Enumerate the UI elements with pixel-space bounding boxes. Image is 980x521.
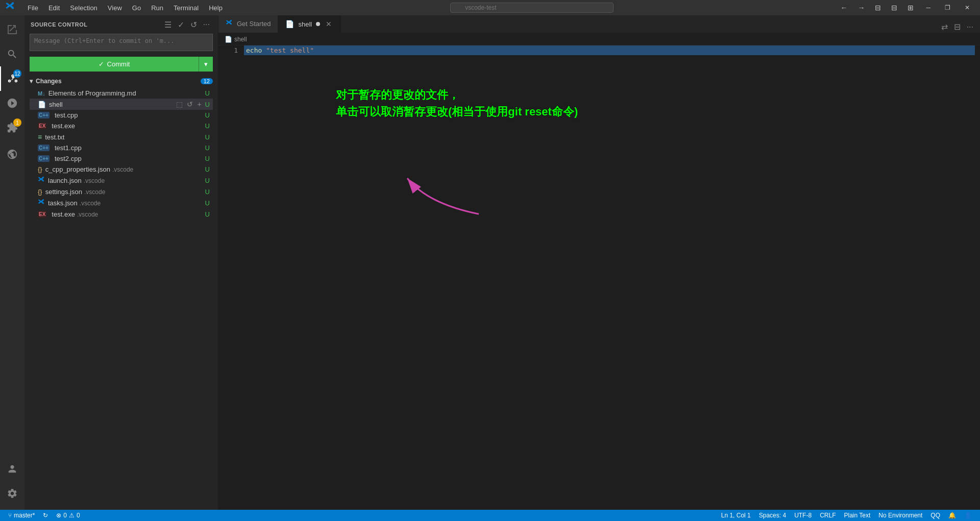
activity-source-control[interactable]: 12 xyxy=(0,66,24,91)
menu-edit[interactable]: Edit xyxy=(44,3,64,13)
qq-label: QQ xyxy=(930,512,940,519)
split-editor-btn[interactable]: ⇄ xyxy=(939,21,950,33)
sidebar-list-btn[interactable]: ☰ xyxy=(162,19,174,31)
extensions-badge: 1 xyxy=(13,119,21,127)
activity-account[interactable] xyxy=(0,457,24,481)
editor-tabs: Get Started 📄 shell ✕ ⇄ ⊟ ··· xyxy=(218,15,980,33)
titlebar-search-input[interactable] xyxy=(450,3,614,13)
status-qq[interactable]: QQ xyxy=(926,510,944,521)
code-keyword: echo xyxy=(246,46,266,54)
tab-icon-vscode xyxy=(226,19,233,28)
file-icon-cpp: C++ xyxy=(38,112,50,119)
status-branch[interactable]: ⑂ master* xyxy=(4,510,39,521)
main-layout: 12 1 SOURCE CONTROL ☰ ✓ ↺ xyxy=(0,15,980,510)
status-environment[interactable]: No Environment xyxy=(874,510,926,521)
changes-header[interactable]: ▾ Changes 12 xyxy=(30,76,213,87)
tab-shell[interactable]: 📄 shell ✕ xyxy=(278,15,341,33)
breadcrumb-shell[interactable]: 📄 shell xyxy=(225,36,247,43)
file-item-test-txt[interactable]: ≡ test.txt U xyxy=(30,131,213,143)
errors-count: 0 xyxy=(63,512,67,519)
status-errors[interactable]: ⊗ 0 ⚠ 0 xyxy=(52,510,84,521)
activity-run[interactable] xyxy=(0,91,24,115)
menu-file[interactable]: File xyxy=(23,3,42,13)
file-status-test-exe: U xyxy=(205,122,210,130)
file-item-test2-cpp[interactable]: C++ test2.cpp U xyxy=(30,153,213,164)
breadcrumb-label: shell xyxy=(234,36,247,43)
changes-chevron-icon: ▾ xyxy=(30,78,33,85)
file-item-launch-json[interactable]: launch.json.vscode U xyxy=(30,175,213,186)
file-icon-vscode-launch xyxy=(38,176,45,185)
activity-search[interactable] xyxy=(0,42,24,66)
close-btn[interactable]: ✕ xyxy=(960,3,975,12)
nav-back-btn[interactable]: ← xyxy=(837,3,850,13)
file-item-test-exe-vscode[interactable]: EX test.exe.vscode U xyxy=(30,209,213,220)
sidebar-title: SOURCE CONTROL xyxy=(31,21,88,28)
file-stage-btn[interactable]: + xyxy=(195,100,203,108)
minimize-btn[interactable]: ─ xyxy=(921,3,936,12)
file-status-settings-json: U xyxy=(205,188,210,196)
status-sync[interactable]: ↻ xyxy=(39,510,52,521)
activity-settings[interactable] xyxy=(0,481,24,506)
menu-terminal[interactable]: Terminal xyxy=(169,3,203,13)
tab-get-started[interactable]: Get Started xyxy=(218,15,278,33)
menu-view[interactable]: View xyxy=(104,3,126,13)
source-control-badge: 12 xyxy=(13,69,21,78)
file-icon-test1-cpp: C++ xyxy=(38,145,50,151)
sidebar-header-actions: ☰ ✓ ↺ ··· xyxy=(162,19,212,31)
menu-go[interactable]: Go xyxy=(128,3,145,13)
status-ln-col[interactable]: Ln 1, Col 1 xyxy=(717,510,755,521)
encoding-label: UTF-8 xyxy=(794,512,812,519)
commit-checkmark-icon: ✓ xyxy=(99,60,104,68)
commit-message-input[interactable] xyxy=(30,34,213,51)
status-account[interactable]: 👤 xyxy=(960,510,976,521)
commit-button[interactable]: ✓ Commit xyxy=(30,57,199,72)
changes-header-left: ▾ Changes xyxy=(30,78,62,85)
editor-more-btn[interactable]: ··· xyxy=(964,21,976,33)
file-name-test-exe: test.exe xyxy=(52,122,205,130)
toggle-layout-btn[interactable]: ⊟ xyxy=(951,21,963,33)
editor-area: Get Started 📄 shell ✕ ⇄ ⊟ ··· 📄 shell xyxy=(218,15,980,510)
file-item-elements-md[interactable]: M↓ Elements of Programming.md U xyxy=(30,88,213,99)
toggle-sidebar-btn[interactable]: ⊟ xyxy=(872,3,884,13)
file-item-settings-json[interactable]: {} settings.json.vscode U xyxy=(30,186,213,197)
editor-scrollbar[interactable] xyxy=(975,45,980,510)
file-item-c-cpp-properties[interactable]: {} c_cpp_properties.json.vscode U xyxy=(30,164,213,175)
file-item-test1-cpp[interactable]: C++ test1.cpp U xyxy=(30,143,213,153)
menu-run[interactable]: Run xyxy=(147,3,167,13)
sidebar-refresh-btn[interactable]: ↺ xyxy=(188,19,199,31)
file-status-test1-cpp: U xyxy=(205,144,210,152)
code-area[interactable]: echo "test shell" xyxy=(244,45,975,510)
file-list: M↓ Elements of Programming.md U 📄 shell … xyxy=(30,88,213,220)
file-item-shell[interactable]: 📄 shell ⬚ ↺ + U xyxy=(30,99,213,110)
spaces-label: Spaces: 4 xyxy=(759,512,786,519)
file-status-elements: U xyxy=(205,89,210,97)
restore-btn[interactable]: ❐ xyxy=(940,3,955,12)
tab-label-get-started: Get Started xyxy=(237,20,271,28)
menu-selection[interactable]: Selection xyxy=(66,3,101,13)
status-spaces[interactable]: Spaces: 4 xyxy=(755,510,790,521)
nav-forward-btn[interactable]: → xyxy=(854,3,868,13)
file-status-tasks-json: U xyxy=(205,199,210,207)
status-feedback[interactable]: 🔔 xyxy=(944,510,960,521)
sidebar-checkmark-btn[interactable]: ✓ xyxy=(176,19,186,31)
activity-remote[interactable] xyxy=(0,142,24,167)
menu-help[interactable]: Help xyxy=(205,3,227,13)
file-item-test-exe[interactable]: EX test.exe U xyxy=(30,121,213,131)
activity-extensions[interactable]: 1 xyxy=(0,115,24,140)
status-line-ending[interactable]: CRLF xyxy=(816,510,840,521)
status-language[interactable]: Plain Text xyxy=(840,510,874,521)
layout-btn-1[interactable]: ⊟ xyxy=(888,3,900,13)
sidebar-more-btn[interactable]: ··· xyxy=(201,19,212,31)
file-item-test-cpp[interactable]: C++ test.cpp U xyxy=(30,110,213,121)
file-actions-shell: ⬚ ↺ + xyxy=(175,100,203,108)
status-encoding[interactable]: UTF-8 xyxy=(790,510,816,521)
file-open-btn[interactable]: ⬚ xyxy=(175,100,184,108)
activity-explorer[interactable] xyxy=(0,17,24,42)
environment-label: No Environment xyxy=(878,512,922,519)
file-discard-btn[interactable]: ↺ xyxy=(185,100,194,108)
status-bar: ⑂ master* ↻ ⊗ 0 ⚠ 0 Ln 1, Col 1 Spaces: … xyxy=(0,510,980,521)
file-item-tasks-json[interactable]: tasks.json.vscode U xyxy=(30,197,213,209)
tab-close-btn[interactable]: ✕ xyxy=(324,19,333,29)
commit-arrow-button[interactable]: ▾ xyxy=(199,57,213,72)
layout-btn-2[interactable]: ⊞ xyxy=(904,3,917,13)
